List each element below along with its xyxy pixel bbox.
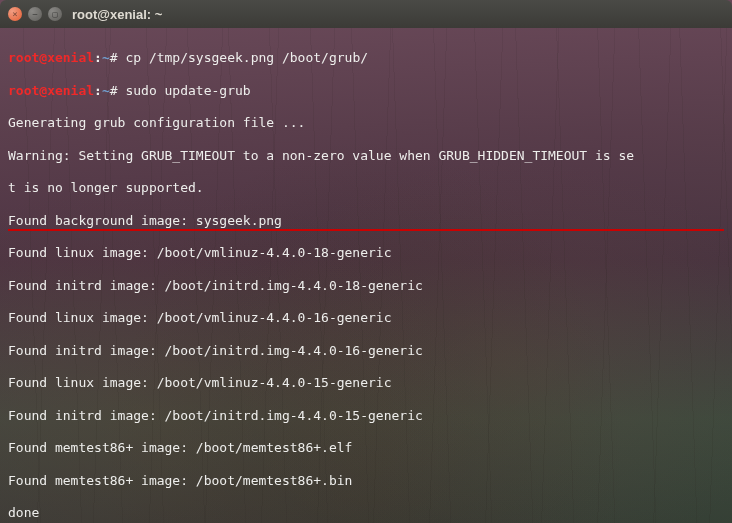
output-line: done [8, 505, 724, 521]
maximize-icon[interactable]: ▢ [48, 7, 62, 21]
output-line: Found memtest86+ image: /boot/memtest86+… [8, 473, 724, 489]
output-line: Found memtest86+ image: /boot/memtest86+… [8, 440, 724, 456]
window-titlebar[interactable]: × − ▢ root@xenial: ~ [0, 0, 732, 28]
output-line: Generating grub configuration file ... [8, 115, 724, 131]
output-line: Found linux image: /boot/vmlinuz-4.4.0-1… [8, 310, 724, 326]
output-line: Found linux image: /boot/vmlinuz-4.4.0-1… [8, 375, 724, 391]
output-line: Found initrd image: /boot/initrd.img-4.4… [8, 408, 724, 424]
output-line: Found initrd image: /boot/initrd.img-4.4… [8, 278, 724, 294]
window-controls: × − ▢ [8, 7, 62, 21]
command-text: sudo update-grub [125, 83, 250, 98]
output-line-highlighted: Found background image: sysgeek.png [8, 213, 724, 229]
prompt-user: root@xenial [8, 83, 94, 98]
terminal-line: root@xenial:~# sudo update-grub [8, 83, 724, 99]
command-text: cp /tmp/sysgeek.png /boot/grub/ [125, 50, 368, 65]
output-line: Warning: Setting GRUB_TIMEOUT to a non-z… [8, 148, 724, 164]
output-line: Found linux image: /boot/vmlinuz-4.4.0-1… [8, 245, 724, 261]
minimize-icon[interactable]: − [28, 7, 42, 21]
prompt-user: root@xenial [8, 50, 94, 65]
prompt-sep: : [94, 50, 102, 65]
close-icon[interactable]: × [8, 7, 22, 21]
output-line: t is no longer supported. [8, 180, 724, 196]
prompt-hash: # [110, 83, 118, 98]
prompt-path: ~ [102, 50, 110, 65]
terminal-line: root@xenial:~# cp /tmp/sysgeek.png /boot… [8, 50, 724, 66]
prompt-hash: # [110, 50, 118, 65]
prompt-path: ~ [102, 83, 110, 98]
prompt-sep: : [94, 83, 102, 98]
terminal-body[interactable]: root@xenial:~# cp /tmp/sysgeek.png /boot… [0, 28, 732, 523]
window-title: root@xenial: ~ [72, 7, 162, 22]
output-line: Found initrd image: /boot/initrd.img-4.4… [8, 343, 724, 359]
